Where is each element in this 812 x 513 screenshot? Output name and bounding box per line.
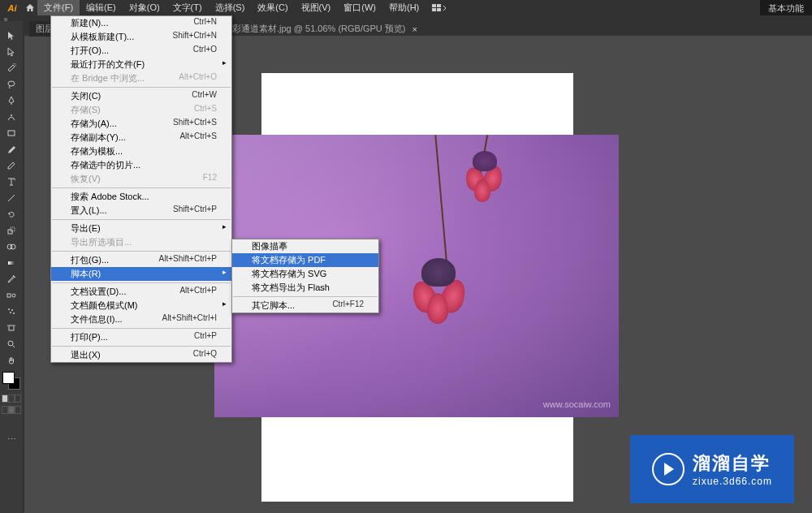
play-icon xyxy=(652,453,685,485)
shape-builder-tool-icon[interactable] xyxy=(3,239,19,254)
menu-export[interactable]: 导出(E) xyxy=(51,222,231,235)
menubar: Ai 文件(F) 编辑(E) 对象(O) 文字(T) 选择(S) 效果(C) 视… xyxy=(0,0,812,15)
menu-window[interactable]: 窗口(W) xyxy=(337,0,382,15)
zoom-tool-icon[interactable] xyxy=(3,337,19,351)
svg-point-22 xyxy=(8,341,13,346)
svg-line-23 xyxy=(13,346,15,348)
menu-view[interactable]: 视图(V) xyxy=(295,0,338,15)
menu-color-mode[interactable]: 文档颜色模式(M) xyxy=(51,299,231,313)
direct-selection-tool-icon[interactable] xyxy=(3,45,19,59)
menu-effect[interactable]: 效果(C) xyxy=(251,0,294,15)
close-icon[interactable]: × xyxy=(412,24,417,34)
artboard-tool-icon[interactable] xyxy=(3,321,19,335)
svg-rect-19 xyxy=(9,325,14,330)
svg-rect-2 xyxy=(432,8,436,11)
tab-title: 彩通道素材.jpg @ 51.06% (RGB/GPU 预览) xyxy=(232,23,406,35)
menu-file-info[interactable]: 文件信息(I)...Alt+Shift+Ctrl+I xyxy=(51,313,231,326)
line-tool-icon[interactable] xyxy=(3,191,19,205)
brand-overlay: 溜溜自学 zixue.3d66.com xyxy=(630,435,794,503)
menu-new[interactable]: 新建(N)...Ctrl+N xyxy=(51,16,231,30)
paintbrush-tool-icon[interactable] xyxy=(3,142,19,157)
workspace-switcher[interactable]: 基本功能 xyxy=(760,0,812,15)
rotate-tool-icon[interactable] xyxy=(3,207,19,222)
menu-help[interactable]: 帮助(H) xyxy=(382,0,425,15)
menu-place[interactable]: 置入(L)...Shift+Ctrl+P xyxy=(51,204,231,218)
scale-tool-icon[interactable] xyxy=(3,223,19,238)
menu-save-selected-slices[interactable]: 存储选中的切片... xyxy=(51,158,231,172)
menu-export-selected: 导出所选项目... xyxy=(51,235,231,249)
selection-tool-icon[interactable] xyxy=(3,28,19,43)
screen-mode-icons[interactable] xyxy=(2,406,21,414)
magic-wand-tool-icon[interactable] xyxy=(3,61,19,75)
gradient-tool-icon[interactable] xyxy=(3,256,19,270)
fg-color-icon[interactable] xyxy=(2,372,15,384)
menu-script[interactable]: 脚本(R) xyxy=(51,267,231,281)
menu-file[interactable]: 文件(F) xyxy=(37,0,80,15)
menu-arrange-icon[interactable] xyxy=(425,2,453,14)
hand-tool-icon[interactable] xyxy=(3,353,19,368)
drawing-mode-icons[interactable] xyxy=(2,394,21,403)
image-watermark: www.socaiw.com xyxy=(543,399,611,409)
svg-point-15 xyxy=(8,308,10,310)
svg-point-18 xyxy=(13,313,15,314)
menu-package[interactable]: 打包(G)...Alt+Shift+Ctrl+P xyxy=(51,253,231,267)
edit-toolbar-icon[interactable]: ⋯ xyxy=(3,432,19,446)
document-tab[interactable]: 彩通道素材.jpg @ 51.06% (RGB/GPU 预览) × xyxy=(232,23,417,35)
svg-rect-13 xyxy=(7,294,11,297)
script-submenu: 图像描摹 将文档存储为 PDF 将文档存储为 SVG 将文档导出为 Flash … xyxy=(231,239,379,313)
submenu-save-svg[interactable]: 将文档存储为 SVG xyxy=(232,267,378,281)
menu-save-as[interactable]: 存储为(A)...Shift+Ctrl+S xyxy=(51,117,231,131)
svg-rect-1 xyxy=(437,4,441,7)
type-tool-icon[interactable] xyxy=(3,175,19,189)
pen-tool-icon[interactable] xyxy=(3,93,19,108)
curvature-tool-icon[interactable] xyxy=(3,110,19,124)
menu-browse-bridge: 在 Bridge 中浏览...Alt+Ctrl+O xyxy=(51,71,231,85)
menu-open-recent[interactable]: 最近打开的文件(F) xyxy=(51,58,231,71)
menu-search-stock[interactable]: 搜索 Adobe Stock... xyxy=(51,190,231,204)
menu-exit[interactable]: 退出(X)Ctrl+Q xyxy=(51,348,231,362)
rectangle-tool-icon[interactable] xyxy=(3,126,19,140)
menu-close[interactable]: 关闭(C)Ctrl+W xyxy=(51,89,231,103)
submenu-export-flash[interactable]: 将文档导出为 Flash xyxy=(232,281,378,295)
brand-subtitle: zixue.3d66.com xyxy=(693,476,772,487)
svg-point-5 xyxy=(11,114,12,116)
menu-doc-setup[interactable]: 文档设置(D)...Alt+Ctrl+P xyxy=(51,285,231,299)
pencil-tool-icon[interactable] xyxy=(3,158,19,173)
svg-point-11 xyxy=(11,244,15,249)
app-logo: Ai xyxy=(2,0,23,15)
menu-new-template[interactable]: 从模板新建(T)...Shift+Ctrl+N xyxy=(51,30,231,44)
lasso-tool-icon[interactable] xyxy=(3,77,19,92)
eyedropper-tool-icon[interactable] xyxy=(3,272,19,287)
menu-revert: 恢复(V)F12 xyxy=(51,172,231,186)
svg-line-7 xyxy=(8,195,15,201)
menu-save-copy[interactable]: 存储副本(Y)...Alt+Ctrl+S xyxy=(51,131,231,144)
menu-open[interactable]: 打开(O)...Ctrl+O xyxy=(51,44,231,58)
home-icon[interactable] xyxy=(23,3,37,13)
menu-select[interactable]: 选择(S) xyxy=(209,0,252,15)
svg-point-14 xyxy=(12,294,15,297)
svg-point-4 xyxy=(8,81,15,86)
menu-object[interactable]: 对象(O) xyxy=(123,0,166,15)
svg-rect-12 xyxy=(8,261,15,265)
menu-type[interactable]: 文字(T) xyxy=(166,0,209,15)
submenu-image-trace[interactable]: 图像描摹 xyxy=(232,239,378,253)
color-swatch[interactable] xyxy=(2,372,20,390)
submenu-save-pdf[interactable]: 将文档存储为 PDF xyxy=(232,253,378,267)
svg-rect-6 xyxy=(8,131,15,136)
svg-point-16 xyxy=(11,309,13,311)
menu-save: 存储(S)Ctrl+S xyxy=(51,103,231,117)
svg-rect-0 xyxy=(432,4,436,7)
blend-tool-icon[interactable] xyxy=(3,288,19,303)
svg-rect-3 xyxy=(437,8,441,11)
svg-point-17 xyxy=(10,312,11,313)
menu-edit[interactable]: 编辑(E) xyxy=(80,0,123,15)
toolbar: ⋯ xyxy=(0,21,23,513)
menu-print[interactable]: 打印(P)...Ctrl+P xyxy=(51,330,231,344)
symbol-sprayer-tool-icon[interactable] xyxy=(3,304,19,319)
brand-title: 溜溜自学 xyxy=(693,451,771,476)
menu-save-template[interactable]: 存储为模板... xyxy=(51,144,231,158)
file-menu-dropdown: 新建(N)...Ctrl+N 从模板新建(T)...Shift+Ctrl+N 打… xyxy=(50,15,232,363)
submenu-other-scripts[interactable]: 其它脚本...Ctrl+F12 xyxy=(232,299,378,313)
